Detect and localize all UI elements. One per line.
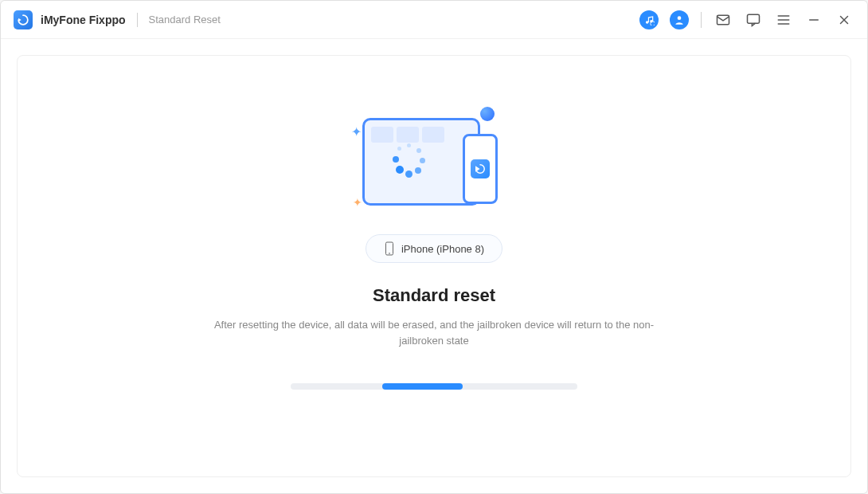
spinner-icon <box>393 143 424 175</box>
menu-button[interactable] <box>773 10 794 30</box>
feedback-button[interactable] <box>743 10 764 30</box>
orb-graphic <box>480 107 495 121</box>
svg-marker-0 <box>18 18 22 22</box>
device-pill: iPhone (iPhone 8) <box>366 234 502 263</box>
svg-point-4 <box>678 16 682 20</box>
app-window: iMyFone Fixppo Standard Reset <box>0 0 868 494</box>
content-area: ✦ ✦ <box>1 39 867 493</box>
phone-icon <box>384 241 395 256</box>
reset-illustration: ✦ ✦ <box>346 104 522 215</box>
user-icon <box>670 10 689 29</box>
mail-icon <box>715 12 731 28</box>
close-icon <box>837 13 851 27</box>
progress-fill <box>382 383 463 390</box>
app-title: iMyFone Fixppo <box>41 14 126 26</box>
page-heading: Standard reset <box>373 285 495 306</box>
device-label: iPhone (iPhone 8) <box>401 243 484 255</box>
sparkle-icon: ✦ <box>353 196 362 209</box>
chat-icon <box>745 12 761 28</box>
svg-marker-13 <box>476 167 479 171</box>
svg-rect-6 <box>748 14 760 23</box>
sparkle-icon: ✦ <box>351 124 362 139</box>
divider <box>701 12 702 28</box>
main-panel: ✦ ✦ <box>17 55 851 477</box>
close-button[interactable] <box>834 10 854 30</box>
breadcrumb: Standard Reset <box>149 14 221 25</box>
page-description: After resetting the device, all data wil… <box>211 317 657 348</box>
phone-app-icon <box>471 159 490 178</box>
account-button[interactable] <box>669 10 690 30</box>
minimize-button[interactable] <box>803 10 824 30</box>
divider <box>137 13 138 27</box>
phone-graphic <box>463 134 498 204</box>
titlebar-right <box>639 10 854 30</box>
itunes-icon <box>639 10 659 29</box>
app-logo-icon <box>14 10 33 29</box>
menu-icon <box>776 12 792 28</box>
titlebar: iMyFone Fixppo Standard Reset <box>1 1 867 39</box>
titlebar-left: iMyFone Fixppo Standard Reset <box>14 10 221 29</box>
minimize-icon <box>807 13 821 27</box>
mail-button[interactable] <box>713 10 733 30</box>
progress-bar <box>291 383 577 390</box>
itunes-button[interactable] <box>639 10 659 30</box>
